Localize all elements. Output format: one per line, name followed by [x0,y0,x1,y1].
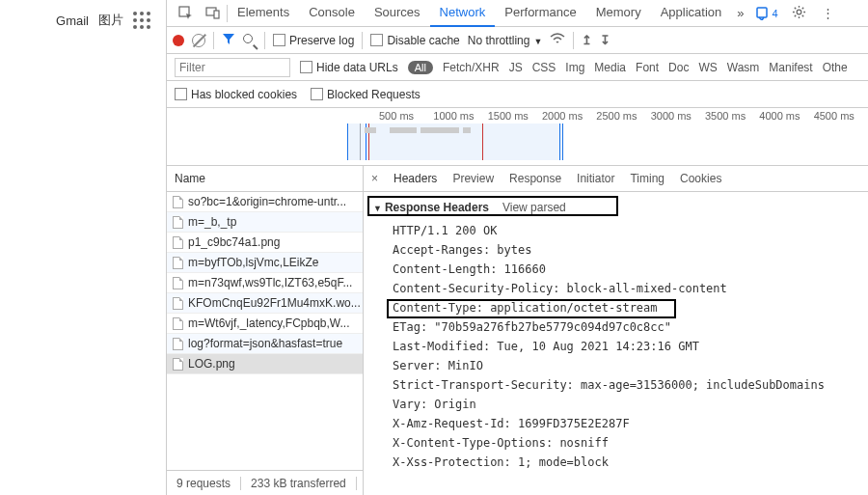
file-icon [173,257,183,269]
filter-type[interactable]: CSS [532,61,556,74]
status-requests: 9 requests [167,477,241,490]
timeline-label: 500 ms [379,110,433,122]
preserve-log-checkbox[interactable]: Preserve log [273,34,354,47]
detail-panel: × HeadersPreviewResponseInitiatorTimingC… [364,166,868,495]
filter-type[interactable]: Doc [668,61,689,74]
request-name: m=n73qwf,ws9Tlc,IZT63,e5qF... [188,276,352,289]
filter-type[interactable]: Wasm [727,61,760,74]
header-line: X-Xss-Protection: 1; mode=block [373,453,868,472]
disable-cache-checkbox[interactable]: Disable cache [370,34,459,47]
detail-tab-timing[interactable]: Timing [630,172,665,185]
hide-data-urls-checkbox[interactable]: Hide data URLs [300,61,398,74]
timeline-label: 2500 ms [596,110,650,122]
device-icon[interactable] [200,2,227,25]
divider [573,32,574,49]
header-line: Server: MinIO [373,356,868,375]
svg-rect-2 [214,11,219,18]
timeline-label: 3000 ms [651,110,705,122]
request-row[interactable]: LOG.png [167,354,363,374]
close-icon[interactable]: × [371,172,378,185]
file-icon [173,216,183,229]
header-line: Content-Type: application/octet-stream [373,298,868,317]
request-name: m=Wt6vjf,_latency,FCpbqb,W... [188,316,350,330]
response-headers-toggle[interactable]: Response Headers [373,201,489,214]
filter-type[interactable]: Media [594,61,626,74]
more-tabs-icon[interactable]: » [731,6,749,20]
svg-point-4 [797,10,801,14]
header-line: Content-Length: 116660 [373,260,868,279]
clear-button[interactable] [192,34,205,47]
status-transfer: 233 kB transferred [241,477,357,490]
request-row[interactable]: m=byfTOb,lsjVmc,LEikZe [167,253,363,273]
request-row[interactable]: so?bc=1&origin=chrome-untr... [167,192,363,212]
tab-performance[interactable]: Performance [495,0,585,27]
issues-count: 4 [773,8,778,19]
filter-type[interactable]: WS [698,61,717,74]
request-row[interactable]: KFOmCnqEu92Fr1Mu4mxK.wo... [167,293,363,314]
tab-elements[interactable]: Elements [228,0,299,27]
tab-console[interactable]: Console [299,0,365,27]
tab-network[interactable]: Network [430,0,496,27]
file-icon [173,277,183,289]
filter-type[interactable]: Fetch/XHR [443,61,500,74]
detail-tab-response[interactable]: Response [509,172,561,185]
kebab-icon[interactable]: ⋮ [814,6,842,20]
wifi-icon[interactable] [550,33,565,47]
blocked-cookies-checkbox[interactable]: Has blocked cookies [175,88,297,101]
upload-icon[interactable]: ↥ [582,33,592,47]
view-parsed-link[interactable]: View parsed [502,201,566,214]
filter-type[interactable]: Othe [823,61,848,74]
request-name: m=_b,_tp [188,215,236,229]
header-line: Last-Modified: Tue, 10 Aug 2021 14:23:16… [373,337,868,356]
header-line: Strict-Transport-Security: max-age=31536… [373,375,868,395]
filter-all-pill[interactable]: All [408,61,433,74]
requests-list: so?bc=1&origin=chrome-untr...m=_b,_tpp1_… [167,192,363,470]
header-line: X-Content-Type-Options: nosniff [373,433,868,453]
filter-type[interactable]: Img [565,61,584,74]
download-icon[interactable]: ↧ [600,33,610,47]
requests-panel: Name so?bc=1&origin=chrome-untr...m=_b,_… [167,166,364,495]
timeline[interactable]: 500 ms1000 ms1500 ms2000 ms2500 ms3000 m… [167,108,868,166]
apps-icon[interactable] [133,12,150,29]
tab-sources[interactable]: Sources [365,0,430,27]
detail-tab-initiator[interactable]: Initiator [577,172,614,185]
filter-input[interactable] [175,58,290,77]
detail-tabs: × HeadersPreviewResponseInitiatorTimingC… [364,166,868,192]
detail-tab-headers[interactable]: Headers [393,172,437,185]
tab-memory[interactable]: Memory [586,0,651,27]
file-icon [173,236,183,249]
request-name: LOG.png [188,357,235,371]
request-row[interactable]: m=Wt6vjf,_latency,FCpbqb,W... [167,314,363,334]
request-row[interactable]: log?format=json&hasfast=true [167,334,363,354]
record-button[interactable] [173,35,184,46]
devtools-panel: ElementsConsoleSourcesNetworkPerformance… [167,0,868,495]
request-name: KFOmCnqEu92Fr1Mu4mxK.wo... [188,296,361,310]
filter-type[interactable]: Font [636,61,659,74]
header-line: HTTP/1.1 200 OK [373,221,868,240]
request-row[interactable]: p1_c9bc74a1.png [167,233,363,253]
images-link[interactable]: 图片 [98,12,123,29]
blocked-requests-checkbox[interactable]: Blocked Requests [311,88,420,101]
filter-type[interactable]: JS [509,61,523,74]
request-row[interactable]: m=_b,_tp [167,212,363,233]
tab-application[interactable]: Application [651,0,732,27]
inspect-icon[interactable] [173,2,200,25]
request-row[interactable]: m=n73qwf,ws9Tlc,IZT63,e5qF... [167,273,363,293]
requests-header-name[interactable]: Name [167,166,363,192]
issues-badge[interactable]: 4 [750,7,784,20]
header-line: ETag: "70b59a276fb27be5779c094d97c0c8cc" [373,317,868,337]
divider [213,32,214,49]
request-name: log?format=json&hasfast=true [188,337,342,350]
timeline-label: 1500 ms [488,110,542,122]
options-row: Has blocked cookies Blocked Requests [167,81,868,108]
file-icon [173,196,183,208]
search-icon[interactable] [243,34,257,47]
filter-type[interactable]: Manifest [769,61,812,74]
detail-tab-preview[interactable]: Preview [452,172,494,185]
throttling-select[interactable]: No throttling▼ [468,34,543,47]
detail-tab-cookies[interactable]: Cookies [680,172,721,185]
gmail-link[interactable]: Gmail [56,14,89,28]
filter-icon[interactable] [222,32,235,48]
header-line: X-Amz-Request-Id: 1699FD375E2E287F [373,414,868,433]
gear-icon[interactable] [784,5,814,22]
